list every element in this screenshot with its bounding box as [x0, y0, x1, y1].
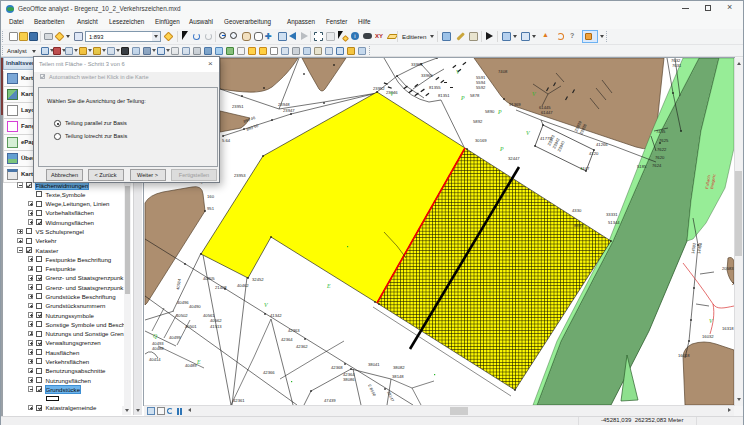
svg-text:23952: 23952: [373, 86, 385, 91]
svg-text:91369: 91369: [509, 102, 521, 107]
svg-text:16032: 16032: [702, 334, 714, 339]
svg-text:40805: 40805: [203, 276, 215, 281]
svg-text:7435: 7435: [656, 129, 666, 134]
svg-text:16318: 16318: [722, 326, 734, 331]
svg-text:8883: 8883: [574, 223, 584, 228]
svg-text:42362: 42362: [296, 344, 308, 349]
svg-text:20583: 20583: [722, 266, 734, 271]
svg-text:7625: 7625: [659, 138, 669, 143]
svg-text:42363: 42363: [288, 328, 300, 333]
svg-text:42361: 42361: [233, 398, 245, 403]
svg-text:5892: 5892: [473, 119, 483, 124]
svg-text:41266: 41266: [596, 142, 608, 147]
svg-text:16018: 16018: [678, 353, 690, 358]
svg-text:41513: 41513: [210, 324, 222, 329]
svg-text:5878: 5878: [470, 93, 480, 98]
svg-text:38086: 38086: [343, 377, 355, 382]
svg-text:33331: 33331: [606, 212, 618, 217]
svg-text:42366: 42366: [263, 370, 275, 375]
svg-text:P: P: [460, 95, 465, 101]
svg-text:40414: 40414: [149, 357, 161, 362]
svg-text:38082: 38082: [393, 365, 405, 370]
svg-text:40496: 40496: [177, 300, 189, 305]
svg-text:81355: 81355: [429, 85, 441, 90]
svg-text:7624: 7624: [652, 163, 662, 168]
svg-text:32447: 32447: [508, 156, 520, 161]
svg-text:81351: 81351: [438, 93, 450, 98]
svg-text:40488: 40488: [152, 346, 164, 351]
svg-text:951: 951: [207, 206, 215, 211]
svg-text:7447: 7447: [580, 166, 590, 171]
svg-text:40462: 40462: [237, 283, 249, 288]
svg-text:40490: 40490: [189, 304, 201, 309]
svg-text:7620: 7620: [655, 155, 665, 160]
svg-text:38148: 38148: [392, 374, 404, 379]
svg-text:47439: 47439: [324, 398, 336, 403]
svg-text:38041: 38041: [368, 362, 380, 367]
svg-text:23947: 23947: [283, 108, 295, 113]
svg-text:7408: 7408: [498, 69, 508, 74]
svg-text:160: 160: [207, 194, 215, 199]
svg-text:5185: 5185: [637, 164, 647, 169]
svg-text:4120: 4120: [589, 151, 599, 156]
svg-text:20993: 20993: [732, 281, 734, 286]
svg-text:7622: 7622: [657, 147, 667, 152]
svg-text:4330: 4330: [572, 208, 582, 213]
svg-text:5890: 5890: [485, 109, 495, 114]
svg-text:40499: 40499: [169, 335, 181, 340]
svg-text:40502: 40502: [176, 313, 188, 318]
svg-text:51344: 51344: [608, 220, 620, 225]
svg-text:23953: 23953: [234, 173, 246, 178]
svg-text:41342: 41342: [270, 313, 282, 318]
svg-text:E: E: [196, 359, 201, 365]
svg-text:23948: 23948: [278, 102, 290, 107]
svg-text:42364: 42364: [281, 337, 293, 342]
svg-text:E: E: [326, 283, 331, 289]
svg-text:33963: 33963: [411, 62, 423, 67]
svg-text:21408: 21408: [215, 285, 227, 290]
svg-text:7631: 7631: [672, 63, 682, 68]
svg-text:5.64: 5.64: [222, 138, 231, 143]
svg-text:23951: 23951: [232, 104, 244, 109]
svg-text:61447: 61447: [541, 110, 553, 115]
svg-text:P: P: [497, 109, 502, 115]
svg-text:33960: 33960: [421, 73, 433, 78]
svg-text:40562: 40562: [210, 318, 222, 323]
svg-text:42368: 42368: [331, 365, 343, 370]
svg-text:P: P: [499, 146, 504, 152]
svg-text:5592: 5592: [476, 85, 486, 90]
svg-text:30169: 30169: [475, 138, 487, 143]
svg-text:32452: 32452: [252, 277, 264, 282]
